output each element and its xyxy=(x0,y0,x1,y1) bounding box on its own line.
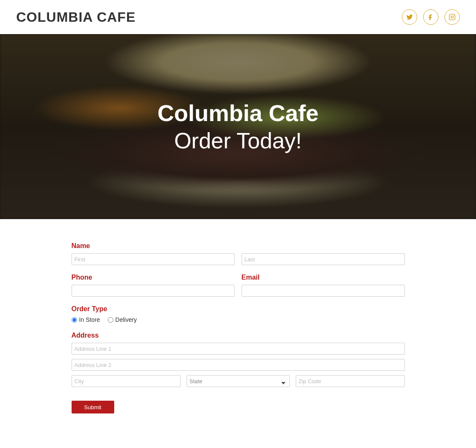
twitter-icon xyxy=(406,14,413,20)
address-label: Address xyxy=(72,332,405,339)
order-type-delivery[interactable]: Delivery xyxy=(108,316,137,323)
last-name-input[interactable] xyxy=(242,253,405,265)
phone-label: Phone xyxy=(72,274,235,281)
address-line1-input[interactable] xyxy=(72,343,405,355)
hero-text: Columbia Cafe Order Today! xyxy=(157,100,318,153)
zip-input[interactable] xyxy=(296,375,405,387)
state-select-wrap: State xyxy=(187,375,290,391)
name-label: Name xyxy=(72,242,235,250)
city-input[interactable] xyxy=(72,375,181,387)
twitter-link[interactable] xyxy=(402,9,417,25)
svg-point-2 xyxy=(453,15,454,16)
in-store-label: In Store xyxy=(79,316,100,323)
first-name-input[interactable] xyxy=(72,253,235,265)
delivery-label: Delivery xyxy=(115,316,137,323)
hero-subtitle: Order Today! xyxy=(157,128,318,153)
order-form: Name Phone Email Order Type In Store De xyxy=(70,242,407,413)
submit-button[interactable]: Submit xyxy=(72,401,114,413)
order-type-label: Order Type xyxy=(72,305,405,313)
phone-input[interactable] xyxy=(72,285,235,297)
state-select[interactable]: State xyxy=(187,375,290,387)
header: COLUMBIA CAFE xyxy=(0,0,476,34)
delivery-radio[interactable] xyxy=(108,317,113,323)
hero: Columbia Cafe Order Today! xyxy=(0,34,476,219)
order-type-in-store[interactable]: In Store xyxy=(72,316,100,323)
instagram-link[interactable] xyxy=(444,9,460,25)
order-type-group: In Store Delivery xyxy=(72,316,405,323)
in-store-radio[interactable] xyxy=(72,317,77,323)
hero-title: Columbia Cafe xyxy=(157,100,318,126)
name-spacer xyxy=(242,242,405,250)
social-links xyxy=(402,9,460,25)
facebook-link[interactable] xyxy=(423,9,438,25)
email-label: Email xyxy=(242,274,405,281)
brand-title: COLUMBIA CAFE xyxy=(16,9,136,25)
svg-rect-0 xyxy=(449,14,455,20)
email-input[interactable] xyxy=(242,285,405,297)
svg-point-1 xyxy=(451,16,453,18)
address-line2-input[interactable] xyxy=(72,359,405,371)
instagram-icon xyxy=(449,14,456,20)
facebook-icon xyxy=(427,14,434,20)
